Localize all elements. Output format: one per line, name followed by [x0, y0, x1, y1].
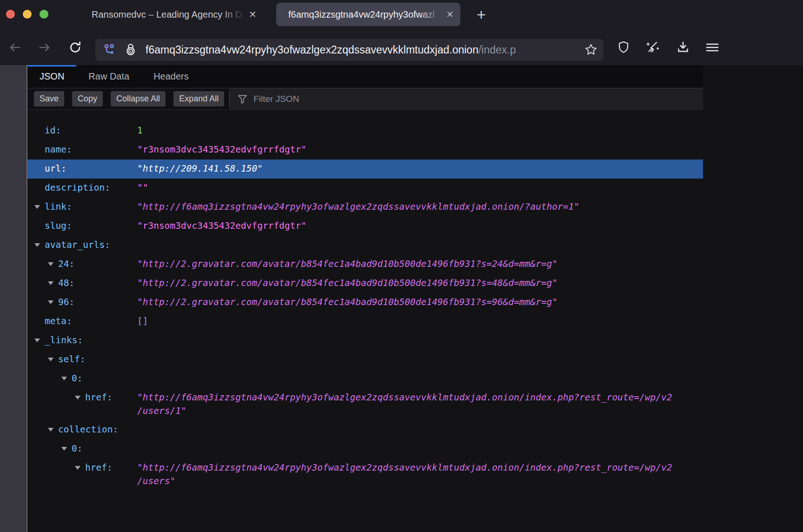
json-row[interactable]: id:1 — [27, 121, 703, 140]
twisty-icon[interactable] — [48, 277, 58, 290]
twisty-icon[interactable] — [34, 334, 45, 347]
viewer-tab-headers[interactable]: Headers — [141, 65, 201, 88]
json-row[interactable]: 0: — [27, 369, 703, 388]
json-row[interactable]: collection: — [27, 420, 703, 439]
url-text-fade — [534, 39, 564, 61]
traffic-light-zoom[interactable] — [40, 10, 48, 19]
shield-button[interactable] — [616, 40, 631, 55]
app-menu-button[interactable] — [705, 40, 720, 55]
hamburger-menu-icon — [705, 40, 719, 54]
twisty-icon[interactable] — [34, 200, 45, 214]
twisty-icon[interactable] — [34, 239, 45, 252]
json-key: 96: — [58, 297, 74, 307]
downloads-button[interactable] — [676, 40, 690, 55]
json-row[interactable]: 0: — [27, 439, 703, 459]
forward-arrow-icon — [38, 40, 52, 54]
browser-tab-active[interactable]: f6amq3izzsgtna4vw24rpyhy3ofwazl ✕ — [276, 3, 460, 26]
json-row[interactable]: href:"http://f6amq3izzsgtna4vw24rpyhy3of… — [27, 388, 703, 420]
download-icon — [676, 40, 690, 54]
json-value[interactable]: "http://f6amq3izzsgtna4vw24rpyhy3ofwazlg… — [137, 391, 703, 418]
twisty-icon[interactable] — [48, 423, 58, 437]
json-value: "r3nsom3dvc3435432edvfgrrfdgtr" — [137, 219, 703, 233]
forward-button[interactable] — [37, 40, 52, 55]
json-row[interactable]: url:"http://209.141.58.150" — [27, 160, 703, 179]
back-arrow-icon — [8, 40, 22, 54]
json-key: 0: — [72, 373, 82, 384]
json-row[interactable]: name:"r3nsom3dvc3435432edvfgrrfdgtr" — [27, 140, 703, 160]
url-bar[interactable]: f6amq3izzsgtna4vw24rpyhy3ofwazlgex2zqdss… — [95, 39, 604, 61]
browser-tab-inactive[interactable]: Ransomedvc – Leading Agency In Di ✕ — [92, 0, 257, 29]
json-rows: id:1name:"r3nsom3dvc3435432edvfgrrfdgtr"… — [27, 110, 703, 491]
tab-title-fade — [223, 9, 244, 20]
json-row[interactable]: avatar_urls: — [27, 236, 703, 255]
json-value[interactable]: "http://2.gravatar.com/avatar/b854fec1a4… — [137, 276, 703, 290]
save-button[interactable]: Save — [34, 91, 64, 106]
json-row[interactable]: 48:"http://2.gravatar.com/avatar/b854fec… — [27, 274, 703, 293]
json-row[interactable]: description:"" — [27, 179, 703, 198]
json-value — [137, 238, 703, 252]
json-key: href: — [85, 462, 113, 473]
page-content: JSON Raw Data Headers Save Copy Collapse… — [0, 65, 803, 532]
json-row[interactable]: link:"http://f6amq3izzsgtna4vw24rpyhy3of… — [27, 198, 703, 217]
json-value: "" — [137, 181, 703, 195]
filter-json-input[interactable]: Filter JSON — [230, 88, 703, 109]
tor-circuit-icon[interactable] — [103, 43, 116, 56]
json-value: 1 — [137, 124, 703, 138]
twisty-icon[interactable] — [48, 258, 58, 271]
traffic-light-close[interactable] — [6, 10, 15, 19]
json-row[interactable]: meta:[] — [27, 312, 703, 331]
copy-button[interactable]: Copy — [72, 91, 103, 106]
tab-close-icon[interactable]: ✕ — [446, 10, 454, 19]
new-tab-button[interactable]: + — [471, 4, 491, 25]
tab-title: Ransomedvc – Leading Agency In Di — [92, 9, 244, 20]
twisty-icon[interactable] — [75, 391, 85, 405]
json-key: _links: — [45, 335, 83, 346]
json-key: self: — [58, 354, 86, 365]
collapse-all-button[interactable]: Collapse All — [111, 91, 166, 106]
json-row[interactable]: _links: — [27, 331, 703, 350]
tab-title: f6amq3izzsgtna4vw24rpyhy3ofwazl — [288, 9, 441, 20]
json-value[interactable]: "http://2.gravatar.com/avatar/b854fec1a4… — [137, 295, 703, 309]
json-row[interactable]: 96:"http://2.gravatar.com/avatar/b854fec… — [27, 293, 703, 312]
json-key: url: — [45, 163, 66, 174]
twisty-icon[interactable] — [48, 353, 58, 366]
json-row[interactable]: href:"http://f6amq3izzsgtna4vw24rpyhy3of… — [27, 459, 703, 491]
viewer-tab-strip: JSON Raw Data Headers — [27, 65, 703, 88]
json-value[interactable]: "http://209.141.58.150" — [137, 162, 703, 176]
reload-button[interactable] — [68, 40, 83, 55]
json-viewer: JSON Raw Data Headers Save Copy Collapse… — [27, 65, 703, 532]
viewer-tab-json[interactable]: JSON — [27, 65, 76, 88]
reload-icon — [68, 40, 82, 54]
tab-close-icon[interactable]: ✕ — [249, 10, 257, 19]
json-row[interactable]: slug:"r3nsom3dvc3435432edvfgrrfdgtr" — [27, 217, 703, 236]
content-left-strip — [0, 65, 27, 532]
back-button[interactable] — [7, 40, 22, 55]
viewer-toolbar: Save Copy Collapse All Expand All Filter… — [27, 88, 703, 110]
json-key: meta: — [45, 316, 72, 326]
filter-funnel-icon — [237, 93, 248, 105]
onion-site-icon[interactable] — [124, 43, 137, 57]
twisty-icon[interactable] — [75, 461, 85, 475]
json-value — [137, 352, 703, 366]
json-value — [137, 423, 703, 437]
json-row[interactable]: 24:"http://2.gravatar.com/avatar/b854fec… — [27, 255, 703, 274]
json-key: collection: — [58, 424, 118, 435]
twisty-icon[interactable] — [61, 372, 72, 386]
json-value[interactable]: "http://f6amq3izzsgtna4vw24rpyhy3ofwazlg… — [137, 461, 703, 488]
bookmark-star-icon[interactable] — [584, 43, 598, 57]
json-value[interactable]: "http://2.gravatar.com/avatar/b854fec1a4… — [137, 257, 703, 271]
shield-icon — [617, 40, 630, 54]
twisty-icon[interactable] — [61, 442, 72, 456]
json-row[interactable]: self: — [27, 350, 703, 369]
twisty-icon[interactable] — [48, 296, 58, 309]
json-value[interactable]: "http://f6amq3izzsgtna4vw24rpyhy3ofwazlg… — [137, 200, 703, 214]
url-text: f6amq3izzsgtna4vw24rpyhy3ofwazlgex2zqdss… — [146, 39, 564, 61]
json-value — [137, 372, 703, 386]
expand-all-button[interactable]: Expand All — [173, 91, 224, 106]
new-identity-button[interactable] — [645, 40, 660, 55]
json-key: 0: — [72, 443, 82, 454]
tab-title-fade — [420, 9, 441, 20]
traffic-light-minimize[interactable] — [23, 10, 32, 19]
viewer-tab-rawdata[interactable]: Raw Data — [76, 65, 141, 88]
json-key: avatar_urls: — [45, 239, 110, 250]
